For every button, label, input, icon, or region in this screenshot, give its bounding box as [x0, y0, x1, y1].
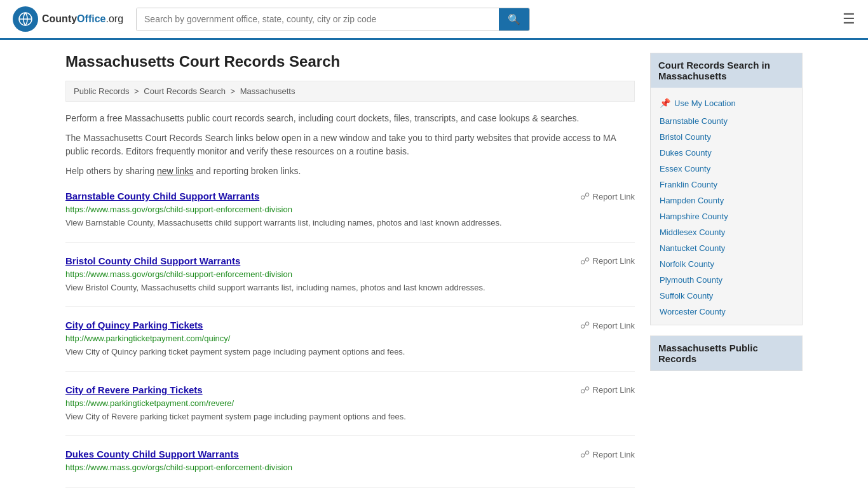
breadcrumb: Public Records > Court Records Search > …	[65, 81, 635, 102]
record-item: City of Revere Parking Tickets ☍ Report …	[65, 384, 635, 437]
record-title[interactable]: City of Quincy Parking Tickets	[65, 320, 203, 330]
sidebar-county-link[interactable]: Suffolk County	[651, 288, 802, 304]
court-records-sidebar-section: Court Records Search in Massachusetts 📌 …	[650, 53, 803, 325]
records-list: Barnstable County Child Support Warrants…	[65, 191, 635, 488]
record-item: Bristol County Child Support Warrants ☍ …	[65, 255, 635, 308]
sidebar-county-link[interactable]: Bristol County	[651, 129, 802, 145]
report-link[interactable]: ☍ Report Link	[580, 449, 635, 460]
sidebar-county-link[interactable]: Nantucket County	[651, 240, 802, 256]
record-description: View City of Quincy parking ticket payme…	[65, 346, 635, 358]
description-2: The Massachusetts Court Records Search l…	[65, 132, 635, 158]
report-icon: ☍	[580, 255, 590, 267]
logo-text: CountyOffice.org	[42, 13, 123, 25]
record-title[interactable]: City of Revere Parking Tickets	[65, 384, 203, 395]
sidebar-county-link[interactable]: Essex County	[651, 161, 802, 177]
report-icon: ☍	[580, 384, 590, 396]
page-title: Massachusetts Court Records Search	[65, 53, 635, 71]
description-1: Perform a free Massachusetts public cour…	[65, 112, 635, 125]
record-item: Barnstable County Child Support Warrants…	[65, 191, 635, 243]
breadcrumb-court-records[interactable]: Court Records Search	[144, 86, 226, 96]
search-bar: 🔍	[136, 8, 530, 31]
page-container: Massachusetts Court Records Search Publi…	[53, 40, 815, 488]
record-url[interactable]: http://www.parkingticketpayment.com/quin…	[65, 334, 635, 343]
sidebar-county-link[interactable]: Hampshire County	[651, 208, 802, 224]
record-header: Dukes County Child Support Warrants ☍ Re…	[65, 449, 635, 460]
new-links-link[interactable]: new links	[157, 166, 194, 176]
record-header: City of Revere Parking Tickets ☍ Report …	[65, 384, 635, 396]
main-content: Massachusetts Court Records Search Publi…	[65, 53, 635, 488]
report-icon: ☍	[580, 449, 590, 460]
report-icon: ☍	[580, 191, 590, 202]
use-my-location-label: Use My Location	[674, 98, 736, 108]
sidebar: Court Records Search in Massachusetts 📌 …	[650, 53, 803, 488]
breadcrumb-public-records[interactable]: Public Records	[74, 86, 129, 96]
sidebar-counties: Barnstable CountyBristol CountyDukes Cou…	[651, 113, 802, 320]
sidebar-county-link[interactable]: Dukes County	[651, 145, 802, 161]
report-link[interactable]: ☍ Report Link	[580, 191, 635, 202]
record-description: View Barnstable County, Massachusetts ch…	[65, 217, 635, 229]
record-title[interactable]: Barnstable County Child Support Warrants	[65, 191, 259, 201]
sidebar-county-link[interactable]: Worcester County	[651, 304, 802, 320]
search-input[interactable]	[137, 8, 499, 30]
record-header: Bristol County Child Support Warrants ☍ …	[65, 255, 635, 267]
report-link[interactable]: ☍ Report Link	[580, 320, 635, 331]
record-url[interactable]: https://www.mass.gov/orgs/child-support-…	[65, 269, 635, 279]
sidebar-county-link[interactable]: Middlesex County	[651, 224, 802, 240]
description-3: Help others by sharing new links and rep…	[65, 165, 635, 178]
breadcrumb-massachusetts[interactable]: Massachusetts	[240, 86, 295, 96]
public-records-sidebar-section: Massachusetts Public Records	[650, 336, 803, 371]
record-header: City of Quincy Parking Tickets ☍ Report …	[65, 320, 635, 331]
record-title[interactable]: Dukes County Child Support Warrants	[65, 449, 239, 459]
report-icon: ☍	[580, 320, 590, 331]
sidebar-county-link[interactable]: Hampden County	[651, 193, 802, 208]
court-records-sidebar-title: Court Records Search in Massachusetts	[651, 53, 802, 88]
pin-icon: 📌	[660, 98, 670, 108]
sidebar-county-link[interactable]: Franklin County	[651, 177, 802, 193]
record-item: City of Quincy Parking Tickets ☍ Report …	[65, 320, 635, 372]
header: CountyOffice.org 🔍 ☰	[0, 0, 868, 40]
menu-button[interactable]: ☰	[843, 11, 855, 27]
record-title[interactable]: Bristol County Child Support Warrants	[65, 255, 240, 266]
record-description: View Bristol County, Massachusetts child…	[65, 281, 635, 294]
record-header: Barnstable County Child Support Warrants…	[65, 191, 635, 202]
logo-icon	[13, 6, 38, 32]
sidebar-county-link[interactable]: Plymouth County	[651, 272, 802, 288]
public-records-sidebar-title: Massachusetts Public Records	[651, 336, 802, 370]
sidebar-county-link[interactable]: Barnstable County	[651, 113, 802, 129]
sidebar-county-link[interactable]: Norfolk County	[651, 256, 802, 272]
report-link[interactable]: ☍ Report Link	[580, 255, 635, 267]
report-link[interactable]: ☍ Report Link	[580, 384, 635, 396]
record-item: Dukes County Child Support Warrants ☍ Re…	[65, 449, 635, 488]
sidebar-links: 📌 Use My Location Barnstable CountyBrist…	[651, 88, 802, 325]
record-url[interactable]: https://www.mass.gov/orgs/child-support-…	[65, 205, 635, 214]
search-button[interactable]: 🔍	[499, 8, 529, 30]
use-my-location[interactable]: 📌 Use My Location	[651, 93, 802, 113]
record-url[interactable]: https://www.parkingticketpayment.com/rev…	[65, 398, 635, 408]
logo[interactable]: CountyOffice.org	[13, 6, 123, 32]
record-description: View City of Revere parking ticket payme…	[65, 410, 635, 423]
record-url[interactable]: https://www.mass.gov/orgs/child-support-…	[65, 463, 635, 472]
